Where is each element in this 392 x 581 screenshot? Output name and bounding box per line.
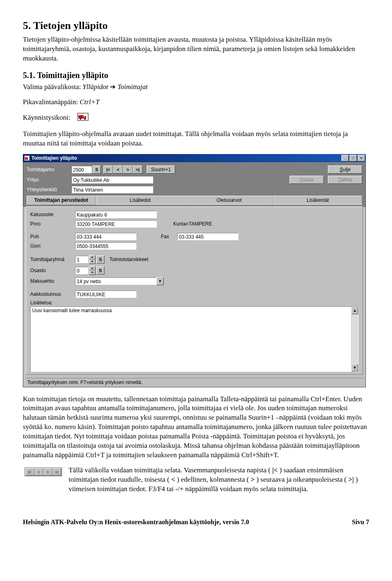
scroll-down-icon[interactable]: ▼ [352, 364, 358, 371]
dropdown-button-maksu[interactable]: ▼ [156, 277, 164, 285]
selection-menu: Ylläpidot [82, 83, 110, 91]
selection-label: Valinta päävalikosta: [23, 83, 82, 91]
selection-line: Valinta päävalikosta: Ylläpidot ➔ Toimit… [23, 83, 369, 92]
scrollbar[interactable]: ▲ ▼ [351, 307, 358, 371]
poista-button[interactable]: Poista [290, 176, 324, 184]
input-fax[interactable]: 03-333 445 [177, 233, 238, 240]
label-pnro: Pnro [30, 221, 75, 227]
input-puh[interactable]: 03-333 444 [75, 233, 136, 240]
input-akk[interactable]: TUKKULIIKE [75, 290, 136, 298]
status-bar: Toimittajayrityksen nimi. F7=etsintä yri… [26, 378, 363, 386]
nav-sym-prev: < [171, 476, 175, 483]
tab-oletusarvot[interactable]: Oletusarvot [185, 196, 273, 205]
heading-5-1: 5.1. Toimittajien ylläpito [23, 71, 369, 80]
app-icon [24, 155, 30, 161]
svg-rect-1 [78, 115, 83, 118]
nav-txt-1: Tällä valikolla voidaan toimittajia sela… [69, 466, 270, 474]
launch-icon-line: Käynnistysikoni: [23, 113, 369, 124]
nav-demo-prev: < [34, 468, 43, 476]
text-ryhma: Toimistotarvikkeet [109, 257, 148, 262]
input-pnro[interactable]: 33200 TAMPERE [75, 220, 157, 228]
minimize-button[interactable]: _ [341, 155, 349, 161]
scroll-up-icon[interactable]: ▲ [352, 307, 358, 314]
svg-point-8 [25, 159, 27, 160]
nav-prev[interactable]: < [113, 165, 123, 174]
nav-explain-text: Tällä valikolla voidaan toimittajia sela… [69, 466, 369, 494]
nav-demo-first: |< [25, 468, 34, 476]
nav-demo-next: > [43, 468, 52, 476]
screenshot-window: Toimittajien ylläpito _ □ × Toimittajanr… [23, 154, 366, 387]
svg-point-4 [80, 118, 81, 119]
nav-demo-last: >| [52, 468, 61, 476]
nav-first[interactable]: |< [103, 165, 113, 174]
select-maksu[interactable]: 14 pv netto [75, 277, 157, 285]
nav-txt-3: ) edellinen, kolmannesta ( [177, 476, 249, 483]
label-fax: Fax [161, 234, 177, 239]
selection-item: Toimittajat [118, 83, 148, 91]
label-lisatietoa: Lisätietoa: [30, 300, 75, 306]
input-osasto[interactable]: 0 [75, 267, 88, 274]
svg-point-9 [27, 159, 29, 160]
label-nro: Toimittajanro [27, 167, 71, 172]
input-gsm[interactable]: 0500-3344555 [75, 242, 136, 250]
label-ryhma: Toimittajaryhmä [30, 257, 75, 262]
input-yritys[interactable]: Oy Tukkuliike Ab [71, 176, 153, 183]
titlebar: Toimittajien ylläpito _ □ × [23, 154, 366, 162]
spinner-osasto[interactable]: ▲▼ [89, 266, 96, 275]
nav-sym-first: |< [272, 466, 278, 474]
svg-point-5 [84, 118, 86, 119]
nav-demo-icon: |< < > >| [24, 467, 62, 476]
textarea-content: Uusi kansiomalli tulee marraskuussa [32, 308, 112, 313]
talleta-button[interactable]: Talleta [328, 176, 362, 184]
tab-lisatiedot[interactable]: Lisätiedot [96, 196, 185, 205]
heading-5: 5. Tietojen ylläpito [23, 20, 369, 32]
input-ryhma[interactable]: 1 [75, 256, 88, 263]
maximize-button[interactable]: □ [350, 155, 357, 161]
intro-paragraph: Toimittajien ylläpito-ohjelmalla avataan… [23, 130, 369, 148]
suurin-button[interactable]: Suurin+1 [147, 165, 175, 174]
input-nro[interactable]: 2500 [71, 166, 92, 173]
label-yhteys: Yhteyshenkilö [27, 187, 71, 192]
label-gsm: Gsm [30, 243, 75, 249]
nav-sym-last: >| [348, 476, 354, 483]
nav-next[interactable]: > [123, 165, 133, 174]
para-5: Tietojen ylläpito-ohjelmissa käsitellään… [23, 35, 369, 63]
para-after: Kun toimittajan tietoja on muutettu, tal… [23, 395, 369, 460]
truck-icon [77, 113, 89, 124]
launch-label: Käynnistysikoni: [23, 114, 70, 121]
nav-txt-4: ) seuraava ja oikeanpuoleisesta ( [256, 476, 347, 483]
shortcut-label: Pikavalintanäppäin: [23, 98, 80, 106]
label-kunta: Kunta=TAMPERE [173, 221, 212, 227]
input-katu[interactable]: Kauppakatu 8 [75, 211, 157, 218]
nav-explain-block: |< < > >| Tällä valikolla voidaan toimit… [23, 466, 369, 494]
s-button-osasto[interactable]: S [96, 266, 105, 275]
page-footer: Helsingin ATK-Palvelu Oy:n Henix-ostores… [23, 518, 369, 526]
label-osasto: Osasto [30, 268, 75, 273]
label-puh: Puh [30, 234, 75, 239]
tab-bar: Toimittajan perustiedot Lisätiedot Oletu… [27, 196, 362, 205]
label-maksu: Maksuehto [30, 278, 75, 284]
label-katu: Katuosoite [30, 212, 75, 217]
s-button-ryhma[interactable]: S [96, 255, 105, 264]
shortcut-line: Pikavalintanäppäin: Ctrl+T [23, 98, 369, 107]
label-yritys: Yritys [27, 177, 71, 183]
arrow-icon: ➔ [110, 83, 118, 91]
spinner-ryhma[interactable]: ▲▼ [89, 255, 96, 264]
tab-content: Katuosoite Kauppakatu 8 Pnro 33200 TAMPE… [26, 206, 363, 375]
nav-last[interactable]: >| [133, 165, 143, 174]
svg-rect-3 [84, 116, 85, 118]
label-akk: Aakkostunnus [30, 291, 75, 297]
tab-lisakentat[interactable]: Lisäkentät [274, 196, 362, 205]
close-button[interactable]: × [358, 155, 365, 161]
window-body: Toimittajanro 2500 S |< < > >| Suurin+1 … [23, 162, 366, 387]
svg-rect-7 [25, 157, 28, 159]
sulje-button[interactable]: Sulje [328, 165, 362, 174]
shortcut-value: Ctrl+T [80, 98, 99, 106]
footer-left: Helsingin ATK-Palvelu Oy:n Henix-ostores… [23, 518, 249, 526]
tab-perustiedot[interactable]: Toimittajan perustiedot [27, 196, 96, 205]
s-button-nro[interactable]: S [93, 165, 101, 174]
input-yhteys[interactable]: Tiina Virtanen [71, 186, 153, 193]
nav-sym-next: > [251, 476, 255, 483]
header-area: Toimittajanro 2500 S |< < > >| Suurin+1 … [23, 162, 365, 207]
textarea-lisatietoa[interactable]: Uusi kansiomalli tulee marraskuussa ▲ ▼ [30, 306, 359, 372]
